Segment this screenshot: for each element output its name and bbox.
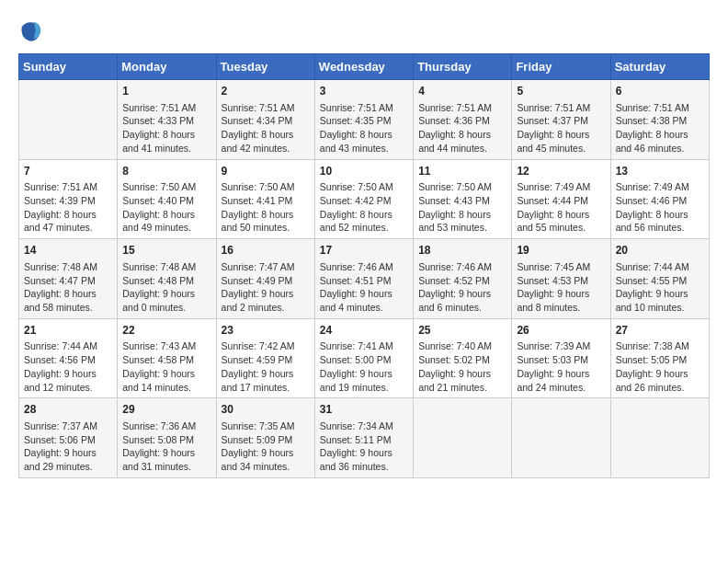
calendar-cell: 5Sunrise: 7:51 AMSunset: 4:37 PMDaylight… <box>512 80 610 160</box>
cell-content: Sunrise: 7:44 AMSunset: 4:55 PMDaylight:… <box>616 260 704 315</box>
weekday-header-row: SundayMondayTuesdayWednesdayThursdayFrid… <box>19 54 710 80</box>
cell-content: Sunrise: 7:43 AMSunset: 4:58 PMDaylight:… <box>122 339 210 394</box>
calendar-table: SundayMondayTuesdayWednesdayThursdayFrid… <box>18 53 710 478</box>
cell-content: Sunrise: 7:51 AMSunset: 4:39 PMDaylight:… <box>24 180 112 235</box>
day-number: 2 <box>222 84 310 99</box>
cell-content: Sunrise: 7:49 AMSunset: 4:44 PMDaylight:… <box>517 180 605 235</box>
week-row-4: 21Sunrise: 7:44 AMSunset: 4:56 PMDayligh… <box>19 318 710 398</box>
day-number: 15 <box>122 243 210 259</box>
day-number: 27 <box>616 323 704 339</box>
weekday-friday: Friday <box>512 54 610 80</box>
cell-content: Sunrise: 7:46 AMSunset: 4:52 PMDaylight:… <box>418 260 506 315</box>
calendar-cell: 26Sunrise: 7:39 AMSunset: 5:03 PMDayligh… <box>512 318 610 398</box>
cell-content: Sunrise: 7:35 AMSunset: 5:09 PMDaylight:… <box>222 419 310 474</box>
day-number: 1 <box>122 84 210 99</box>
day-number: 20 <box>616 243 704 259</box>
calendar-cell <box>19 80 118 160</box>
cell-content: Sunrise: 7:51 AMSunset: 4:38 PMDaylight:… <box>616 101 704 155</box>
week-row-1: 1Sunrise: 7:51 AMSunset: 4:33 PMDaylight… <box>19 80 710 160</box>
cell-content: Sunrise: 7:34 AMSunset: 5:11 PMDaylight:… <box>320 419 408 474</box>
calendar-cell: 13Sunrise: 7:49 AMSunset: 4:46 PMDayligh… <box>610 159 709 239</box>
calendar-cell: 17Sunrise: 7:46 AMSunset: 4:51 PMDayligh… <box>314 239 413 319</box>
logo <box>18 18 48 44</box>
cell-content: Sunrise: 7:45 AMSunset: 4:53 PMDaylight:… <box>517 260 605 315</box>
calendar-cell: 16Sunrise: 7:47 AMSunset: 4:49 PMDayligh… <box>216 239 314 319</box>
calendar-cell: 22Sunrise: 7:43 AMSunset: 4:58 PMDayligh… <box>118 318 216 398</box>
day-number: 9 <box>222 164 310 179</box>
day-number: 7 <box>24 164 112 179</box>
cell-content: Sunrise: 7:48 AMSunset: 4:48 PMDaylight:… <box>122 260 210 315</box>
calendar-cell: 9Sunrise: 7:50 AMSunset: 4:41 PMDaylight… <box>216 159 314 239</box>
cell-content: Sunrise: 7:51 AMSunset: 4:34 PMDaylight:… <box>222 101 310 155</box>
calendar-cell: 20Sunrise: 7:44 AMSunset: 4:55 PMDayligh… <box>610 239 709 319</box>
calendar-cell: 8Sunrise: 7:50 AMSunset: 4:40 PMDaylight… <box>118 159 216 239</box>
calendar-cell: 23Sunrise: 7:42 AMSunset: 4:59 PMDayligh… <box>216 318 314 398</box>
calendar-cell: 7Sunrise: 7:51 AMSunset: 4:39 PMDaylight… <box>19 159 118 239</box>
calendar-cell: 28Sunrise: 7:37 AMSunset: 5:06 PMDayligh… <box>19 398 118 478</box>
cell-content: Sunrise: 7:50 AMSunset: 4:42 PMDaylight:… <box>320 180 408 235</box>
day-number: 31 <box>320 402 408 418</box>
cell-content: Sunrise: 7:49 AMSunset: 4:46 PMDaylight:… <box>616 180 704 235</box>
day-number: 3 <box>320 84 408 99</box>
day-number: 24 <box>320 323 408 339</box>
weekday-wednesday: Wednesday <box>314 54 413 80</box>
day-number: 18 <box>418 243 506 259</box>
cell-content: Sunrise: 7:50 AMSunset: 4:43 PMDaylight:… <box>418 180 506 235</box>
cell-content: Sunrise: 7:51 AMSunset: 4:36 PMDaylight:… <box>418 101 506 155</box>
cell-content: Sunrise: 7:50 AMSunset: 4:41 PMDaylight:… <box>222 180 310 235</box>
weekday-tuesday: Tuesday <box>216 54 314 80</box>
calendar-cell: 18Sunrise: 7:46 AMSunset: 4:52 PMDayligh… <box>414 239 512 319</box>
day-number: 10 <box>320 164 408 179</box>
day-number: 11 <box>418 164 506 179</box>
logo-icon <box>18 18 44 44</box>
cell-content: Sunrise: 7:47 AMSunset: 4:49 PMDaylight:… <box>222 260 310 315</box>
day-number: 14 <box>24 243 112 259</box>
weekday-thursday: Thursday <box>414 54 512 80</box>
cell-content: Sunrise: 7:38 AMSunset: 5:05 PMDaylight:… <box>616 339 704 394</box>
calendar-cell: 14Sunrise: 7:48 AMSunset: 4:47 PMDayligh… <box>19 239 118 319</box>
day-number: 8 <box>122 164 210 179</box>
calendar-cell: 1Sunrise: 7:51 AMSunset: 4:33 PMDaylight… <box>118 80 216 160</box>
calendar-cell <box>610 398 709 478</box>
day-number: 16 <box>222 243 310 259</box>
day-number: 29 <box>122 402 210 418</box>
cell-content: Sunrise: 7:42 AMSunset: 4:59 PMDaylight:… <box>222 339 310 394</box>
calendar-cell: 31Sunrise: 7:34 AMSunset: 5:11 PMDayligh… <box>314 398 413 478</box>
day-number: 17 <box>320 243 408 259</box>
cell-content: Sunrise: 7:51 AMSunset: 4:35 PMDaylight:… <box>320 101 408 155</box>
calendar-cell <box>414 398 512 478</box>
calendar-cell: 27Sunrise: 7:38 AMSunset: 5:05 PMDayligh… <box>610 318 709 398</box>
calendar-cell: 2Sunrise: 7:51 AMSunset: 4:34 PMDaylight… <box>216 80 314 160</box>
day-number: 25 <box>418 323 506 339</box>
weekday-sunday: Sunday <box>19 54 118 80</box>
calendar-cell: 6Sunrise: 7:51 AMSunset: 4:38 PMDaylight… <box>610 80 709 160</box>
calendar-cell: 29Sunrise: 7:36 AMSunset: 5:08 PMDayligh… <box>118 398 216 478</box>
cell-content: Sunrise: 7:51 AMSunset: 4:37 PMDaylight:… <box>517 101 605 155</box>
calendar-cell: 30Sunrise: 7:35 AMSunset: 5:09 PMDayligh… <box>216 398 314 478</box>
week-row-5: 28Sunrise: 7:37 AMSunset: 5:06 PMDayligh… <box>19 398 710 478</box>
week-row-2: 7Sunrise: 7:51 AMSunset: 4:39 PMDaylight… <box>19 159 710 239</box>
cell-content: Sunrise: 7:50 AMSunset: 4:40 PMDaylight:… <box>122 180 210 235</box>
weekday-monday: Monday <box>118 54 216 80</box>
cell-content: Sunrise: 7:44 AMSunset: 4:56 PMDaylight:… <box>24 339 112 394</box>
cell-content: Sunrise: 7:48 AMSunset: 4:47 PMDaylight:… <box>24 260 112 315</box>
weekday-saturday: Saturday <box>610 54 709 80</box>
day-number: 21 <box>24 323 112 339</box>
calendar-cell: 3Sunrise: 7:51 AMSunset: 4:35 PMDaylight… <box>314 80 413 160</box>
calendar-cell: 10Sunrise: 7:50 AMSunset: 4:42 PMDayligh… <box>314 159 413 239</box>
calendar-cell <box>512 398 610 478</box>
calendar-cell: 15Sunrise: 7:48 AMSunset: 4:48 PMDayligh… <box>118 239 216 319</box>
week-row-3: 14Sunrise: 7:48 AMSunset: 4:47 PMDayligh… <box>19 239 710 319</box>
cell-content: Sunrise: 7:37 AMSunset: 5:06 PMDaylight:… <box>24 419 112 474</box>
day-number: 19 <box>517 243 605 259</box>
calendar-cell: 11Sunrise: 7:50 AMSunset: 4:43 PMDayligh… <box>414 159 512 239</box>
calendar-cell: 24Sunrise: 7:41 AMSunset: 5:00 PMDayligh… <box>314 318 413 398</box>
cell-content: Sunrise: 7:46 AMSunset: 4:51 PMDaylight:… <box>320 260 408 315</box>
day-number: 4 <box>418 84 506 99</box>
day-number: 28 <box>24 402 112 418</box>
day-number: 22 <box>122 323 210 339</box>
cell-content: Sunrise: 7:41 AMSunset: 5:00 PMDaylight:… <box>320 339 408 394</box>
cell-content: Sunrise: 7:36 AMSunset: 5:08 PMDaylight:… <box>122 419 210 474</box>
calendar-cell: 19Sunrise: 7:45 AMSunset: 4:53 PMDayligh… <box>512 239 610 319</box>
day-number: 23 <box>222 323 310 339</box>
